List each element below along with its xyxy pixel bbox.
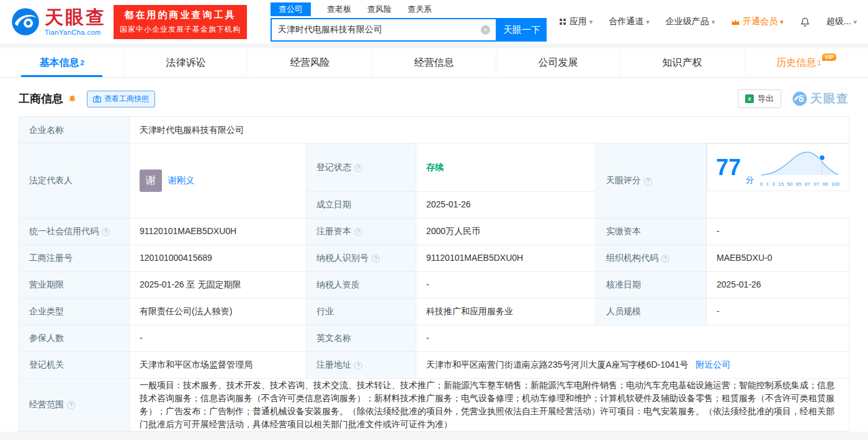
field-label: 行业 <box>316 306 334 316</box>
search-area: 查公司 查老板 查风险 查关系 × 天眼一下 <box>271 2 547 42</box>
nav-super-vip[interactable]: 超级... ▾ <box>826 16 857 27</box>
crown-icon <box>731 18 740 26</box>
search-input[interactable] <box>272 19 496 40</box>
clear-search-icon[interactable]: × <box>481 25 490 35</box>
tianyancha-watermark: 天眼查 <box>792 91 849 107</box>
export-button[interactable]: x 导出 <box>738 89 781 108</box>
cell-insured-count-value: - <box>130 325 306 351</box>
section-title: 工商信息 <box>19 91 63 106</box>
field-label: 天眼评分 <box>606 175 641 185</box>
field-label: 成立日期 <box>316 199 351 209</box>
nav-partnership-label: 合作通道 <box>609 16 643 27</box>
search-tab-boss[interactable]: 查老板 <box>327 4 351 15</box>
tab-label: 公司发展 <box>539 57 578 70</box>
cell-establish-date-label: 成立日期 <box>306 191 416 218</box>
field-label: 纳税人资质 <box>316 279 360 289</box>
cell-reg-capital-label: 注册资本? <box>306 218 416 245</box>
nav-membership[interactable]: 开通会员 ▾ <box>731 16 784 27</box>
chevron-down-icon: ▾ <box>646 18 650 26</box>
score-unit: 分 <box>746 174 754 186</box>
nav-partnership[interactable]: 合作通道 ▾ <box>609 16 650 27</box>
tab-legal-proceedings[interactable]: 法律诉讼 <box>124 48 248 77</box>
cell-english-name-value: - <box>416 325 849 351</box>
score-value: 77 <box>716 156 741 179</box>
cell-staff-size-label: 人员规模 <box>596 298 707 325</box>
search-tab-relation[interactable]: 查关系 <box>408 4 432 15</box>
snapshot-button[interactable]: 查看工商快照 <box>87 91 155 107</box>
cell-industry-label: 行业 <box>306 298 416 325</box>
field-value: 120101000415689 <box>140 253 212 263</box>
top-header: 天眼查 TianYanCha.com 都在用的商业查询工具 国家中小企业发展子基… <box>0 0 868 43</box>
watermark-text: 天眼查 <box>810 91 849 107</box>
legal-rep-link[interactable]: 谢刚义 <box>168 174 194 187</box>
subscribe-bell-icon[interactable] <box>68 94 77 104</box>
export-button-label: 导出 <box>758 93 774 104</box>
nav-notifications[interactable] <box>800 16 810 27</box>
nav-apps[interactable]: 应用 ▾ <box>560 16 593 27</box>
field-label: 参保人数 <box>29 333 64 343</box>
help-icon[interactable]: ? <box>67 401 75 409</box>
tab-label: 法律诉讼 <box>166 57 206 70</box>
tab-badge: 1 <box>817 59 821 66</box>
apps-grid-icon <box>560 19 566 25</box>
field-value: 91120101MAEB5DXU0H <box>426 253 523 263</box>
field-value: MAEB5DXU-0 <box>717 253 772 263</box>
field-label: 注册资本 <box>316 226 351 236</box>
tab-basic-info[interactable]: 基本信息 2 <box>0 48 124 77</box>
tab-label: 经营风险 <box>290 57 330 70</box>
help-icon[interactable]: ? <box>354 228 362 236</box>
cell-reg-number-value: 120101000415689 <box>130 245 306 271</box>
field-label: 纳税人识别号 <box>316 253 369 263</box>
notification-bell-icon <box>800 16 810 27</box>
search-tab-company[interactable]: 查公司 <box>271 2 311 16</box>
tab-label: 经营信息 <box>414 57 454 70</box>
cell-approval-date-value: 2025-01-26 <box>707 271 849 298</box>
field-label: 营业期限 <box>29 279 64 289</box>
tab-company-development[interactable]: 公司发展 <box>496 48 620 77</box>
watermark-logo-icon <box>792 91 807 106</box>
tab-history-info[interactable]: 历史信息 1 VIP <box>745 48 868 77</box>
help-icon[interactable]: ? <box>661 255 669 263</box>
score-marker-pin <box>820 155 825 161</box>
excel-icon: x <box>745 94 754 103</box>
cell-score-value: 77 分 01 315 5065 8797 99100 <box>707 143 849 191</box>
tab-business-info[interactable]: 经营信息 <box>372 48 496 77</box>
cell-company-name-label: 企业名称 <box>19 117 130 143</box>
cell-company-type-value: 有限责任公司(法人独资) <box>130 298 306 325</box>
score-curve-chart: 01 315 5065 8797 99100 <box>760 147 839 188</box>
cell-reg-authority-label: 登记机关 <box>19 351 130 378</box>
logo-subtext: TianYanCha.com <box>45 29 106 36</box>
field-label: 登记状态 <box>316 162 351 172</box>
tab-intellectual-property[interactable]: 知识产权 <box>620 48 745 77</box>
snapshot-button-label: 查看工商快照 <box>104 94 149 104</box>
cell-reg-status-value: 存续 <box>416 143 596 192</box>
cell-credit-code-value: 91120101MAEB5DXU0H <box>130 218 306 245</box>
cell-english-name-label: 英文名称 <box>306 325 416 351</box>
field-value: - <box>426 333 429 343</box>
search-button[interactable]: 天眼一下 <box>497 18 547 42</box>
cell-reg-capital-value: 2000万人民币 <box>416 218 596 245</box>
cell-org-code-label: 组织机构代码? <box>596 245 707 271</box>
tab-business-risk[interactable]: 经营风险 <box>248 48 372 77</box>
nearby-companies-link[interactable]: 附近公司 <box>696 360 730 369</box>
score-axis: 01 315 5065 8797 99100 <box>760 181 839 188</box>
help-icon[interactable]: ? <box>354 361 362 369</box>
cell-credit-code-label: 统一社会信用代码? <box>19 218 130 245</box>
cell-reg-address-value: 天津市和平区南营门街道南京路235号河川大厦A座写字楼6D-1041号 附近公司 <box>416 351 849 378</box>
vip-badge: VIP <box>822 53 836 61</box>
help-icon[interactable]: ? <box>644 178 652 186</box>
tab-label: 历史信息 <box>776 57 816 70</box>
main-content: 工商信息 查看工商快照 x 导出 <box>0 81 868 432</box>
help-icon[interactable]: ? <box>102 228 110 236</box>
cell-staff-size-value: - <box>707 298 849 325</box>
search-tab-risk[interactable]: 查风险 <box>367 4 391 15</box>
nav-enterprise-products[interactable]: 企业级产品 ▾ <box>666 16 715 27</box>
tianyancha-logo[interactable]: 天眼查 TianYanCha.com <box>11 7 106 36</box>
cell-reg-authority-value: 天津市和平区市场监督管理局 <box>130 351 306 378</box>
cell-business-term-label: 营业期限 <box>19 271 130 298</box>
cell-taxpayer-id-value: 91120101MAEB5DXU0H <box>416 245 596 271</box>
search-tabs: 查公司 查老板 查风险 查关系 <box>271 2 547 16</box>
help-icon[interactable]: ? <box>372 255 380 263</box>
legal-rep-avatar[interactable]: 谢 <box>140 170 162 192</box>
help-icon[interactable]: ? <box>354 164 362 172</box>
